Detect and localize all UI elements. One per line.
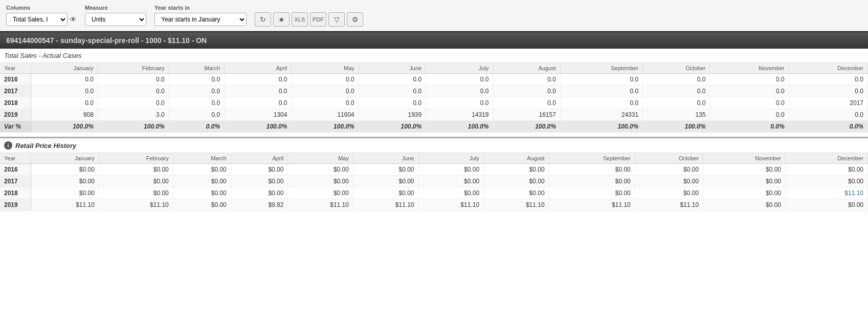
value-cell: 0.0 [98,74,169,86]
may-col-header: May [292,63,359,74]
retail-value-cell: $11.10 [31,199,99,211]
value-cell: 16157 [493,109,560,121]
feb-col-header: February [98,63,169,74]
value-cell: 0.0 [31,97,98,109]
var-label: Var % [0,121,31,133]
var-cell: 0.0% [710,121,789,133]
apr-col-header: April [225,63,292,74]
settings-button[interactable]: ⚙ [347,12,363,27]
var-cell: 100.0% [292,121,359,133]
retail-value-cell: $11.10 [635,199,703,211]
var-cell: 100.0% [98,121,169,133]
retail-year-col-header: Year [0,153,31,164]
value-cell: 0.0 [359,86,426,97]
retail-value-cell: $11.10 [484,199,549,211]
retail-value-cell: $0.00 [786,199,868,211]
value-cell: 0.0 [426,74,493,86]
value-cell: 1939 [359,109,426,121]
value-cell: 0.0 [493,86,560,97]
retail-value-cell: $0.00 [703,176,786,187]
value-cell: 0.0 [560,97,642,109]
export-xls-button[interactable]: XLS [292,12,308,27]
columns-select[interactable]: Total Sales, I [6,13,68,26]
info-icon: i [4,141,12,150]
retail-value-cell: $11.10 [99,199,173,211]
var-cell: 100.0% [225,121,292,133]
value-cell: 0.0 [292,74,359,86]
retail-mar-col-header: March [173,153,231,164]
product-header: 694144000547 - sunday-special-pre-roll -… [0,31,868,49]
year-starts-group: Year starts in Year starts in January [154,5,247,26]
retail-value-cell: $9.82 [231,199,288,211]
retail-value-cell: $0.00 [288,164,353,176]
retail-value-cell: $11.10 [549,199,635,211]
value-cell: 1304 [225,109,292,121]
value-cell: 0.0 [426,97,493,109]
value-cell: 0.0 [710,86,789,97]
value-cell: 24331 [560,109,642,121]
var-cell: 100.0% [560,121,642,133]
retail-value-cell: $0.00 [786,164,868,176]
table-row: 2017$0.00$0.00$0.00$0.00$0.00$0.00$0.00$… [0,176,868,187]
retail-value-cell: $0.00 [703,164,786,176]
retail-value-cell: $0.00 [173,199,231,211]
retail-feb-col-header: February [99,153,173,164]
value-cell: 0.0 [169,97,224,109]
eye-icon: 👁 [70,15,77,24]
var-cell: 100.0% [643,121,710,133]
sales-table: Year January February March April May Ju… [0,63,868,133]
sales-header-row: Year January February March April May Ju… [0,63,868,74]
measure-select[interactable]: Units [85,13,146,26]
value-cell: 0.0 [359,74,426,86]
year-starts-select[interactable]: Year starts in January [154,13,247,26]
retail-value-cell: $0.00 [418,164,484,176]
year-cell: 2018 [0,97,31,109]
export-pdf-button[interactable]: PDF [310,12,326,27]
retail-value-cell: $0.00 [231,164,288,176]
year-starts-label: Year starts in [154,5,247,11]
value-cell: 3.0 [98,109,169,121]
refresh-button[interactable]: ↻ [255,12,271,27]
columns-group: Columns Total Sales, I 👁 [6,5,77,26]
retail-value-cell: $0.00 [288,176,353,187]
value-cell: 0.0 [560,86,642,97]
var-row: Var %100.0%100.0%0.0%100.0%100.0%100.0%1… [0,121,868,133]
year-cell: 2019 [0,199,31,211]
year-col-header: Year [0,63,31,74]
dec-col-header: December [789,63,867,74]
retail-jun-col-header: June [353,153,418,164]
year-cell: 2017 [0,176,31,187]
table-row: 20180.00.00.00.00.00.00.00.00.00.00.0201… [0,97,868,109]
retail-table: Year January February March April May Ju… [0,153,868,211]
section1-title: Total Sales - Actual Cases [0,49,868,63]
value-cell: 0.0 [643,86,710,97]
jan-col-header: January [31,63,98,74]
retail-value-cell: $0.00 [99,187,173,199]
var-cell: 0.0% [789,121,867,133]
var-cell: 100.0% [426,121,493,133]
retail-value-cell: $0.00 [173,164,231,176]
star-button[interactable]: ★ [273,12,290,27]
value-cell: 0.0 [710,74,789,86]
retail-value-cell: $0.00 [418,176,484,187]
value-cell: 0.0 [789,74,867,86]
retail-value-cell: $0.00 [31,176,99,187]
retail-value-cell: $0.00 [231,176,288,187]
value-cell: 0.0 [292,86,359,97]
value-cell: 0.0 [225,86,292,97]
filter-button[interactable]: ▽ [328,12,345,27]
retail-value-cell: $0.00 [635,176,703,187]
year-cell: 2016 [0,164,31,176]
year-cell: 2018 [0,187,31,199]
retail-apr-col-header: April [231,153,288,164]
value-cell: 0.0 [31,86,98,97]
value-cell: 0.0 [710,109,789,121]
year-cell: 2019 [0,109,31,121]
value-cell: 0.0 [560,74,642,86]
retail-value-cell: $0.00 [173,187,231,199]
retail-value-cell: $0.00 [484,164,549,176]
retail-value-cell: $0.00 [549,176,635,187]
retail-jul-col-header: July [418,153,484,164]
value-cell: 14319 [426,109,493,121]
value-cell: 0.0 [98,86,169,97]
